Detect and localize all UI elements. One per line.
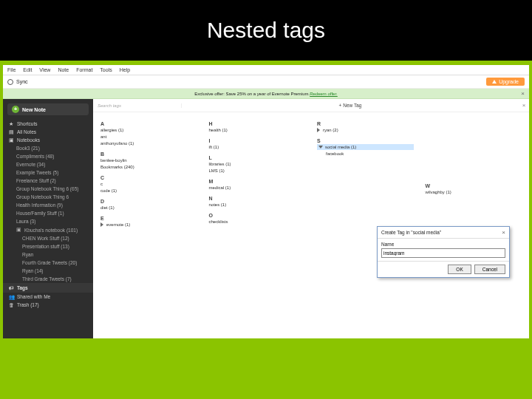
tag-toolbar: Search tags + New Tag × <box>93 99 529 112</box>
chevron-right-icon <box>317 128 320 132</box>
toolbar: Sync Upgrade <box>3 75 529 89</box>
sidebar-shared[interactable]: 👥 Shared with Me <box>3 293 93 301</box>
notebook-item[interactable]: Group Notebook Thing 6 <box>3 193 93 201</box>
tag-item[interactable]: notes (1) <box>209 202 306 208</box>
banner-text: Exclusive offer: Save 25% on a year of E… <box>194 92 310 96</box>
star-icon: ★ <box>9 121 14 126</box>
allnotes-label: All Notes <box>17 129 36 134</box>
tag-item[interactable]: diet (1) <box>100 205 197 211</box>
sync-icon <box>7 79 13 85</box>
close-icon[interactable]: × <box>502 229 505 236</box>
evernote-window: File Edit View Note Format Tools Help Sy… <box>3 65 529 338</box>
tag-item[interactable]: ift (1) <box>209 144 306 150</box>
main-row: + New Note ★ Shortcuts ▤ All Notes ▣ Not… <box>3 99 529 338</box>
notebook-child[interactable]: Ryan <box>3 250 93 259</box>
banner-close-icon[interactable]: × <box>521 90 525 97</box>
tag-item[interactable]: ant <box>100 134 197 140</box>
new-tag-button[interactable]: + New Tag <box>182 103 519 108</box>
letter-m: M <box>209 179 306 184</box>
banner-link[interactable]: Redeem offer. <box>310 92 338 96</box>
letter-n: N <box>209 196 306 201</box>
plus-icon: + <box>12 106 19 113</box>
note-icon: ▤ <box>9 129 14 134</box>
sidebar-all-notes[interactable]: ▤ All Notes <box>3 128 93 136</box>
notebook-item[interactable]: Book3 (21) <box>3 144 93 152</box>
upgrade-arrow-icon <box>492 80 497 83</box>
tag-item[interactable]: LMS (1) <box>209 168 306 174</box>
cancel-button[interactable]: Cancel <box>474 265 505 274</box>
tag-item[interactable]: wilvaghby (1) <box>426 189 522 195</box>
tag-item[interactable]: code (1) <box>100 188 197 194</box>
notebook-child[interactable]: Third Grade Tweets (7) <box>3 275 93 283</box>
alpha-col-4: . . . . . . W wilvaghby (1) <box>426 117 522 228</box>
tag-item-socialmedia[interactable]: social media (1) <box>317 144 414 150</box>
new-note-button[interactable]: + New Note <box>7 103 89 115</box>
menu-help[interactable]: Help <box>120 67 130 72</box>
alpha-col-2: H health (1) I ift (1) L libraries (1) L… <box>209 117 306 228</box>
tag-item-child[interactable]: facebook <box>317 151 414 157</box>
notebook-item[interactable]: Group Notebook Thing 6 (65) <box>3 185 93 193</box>
notebook-child[interactable]: Presentation stuff (13) <box>3 242 93 250</box>
letter-o: O <box>209 213 306 218</box>
new-note-label: New Note <box>22 107 46 112</box>
notebook-item[interactable]: Laura (3) <box>3 217 93 225</box>
alpha-col-1: A allergies (1) ant anthonyufano (1) B b… <box>100 117 197 228</box>
notebook-child[interactable]: Ryan (14) <box>3 267 93 275</box>
menu-edit[interactable]: Edit <box>23 67 32 72</box>
slide-title: Nested tags <box>0 0 532 61</box>
letter-r: R <box>317 121 414 126</box>
tag-item[interactable]: libraries (1) <box>209 161 306 167</box>
notebook-child[interactable]: Fourth Grade Tweets (20) <box>3 259 93 267</box>
upgrade-button[interactable]: Upgrade <box>486 78 525 86</box>
notebooks-label: Notebooks <box>17 137 40 143</box>
alpha-col-3: R ryan (2) S social media (1) facebook <box>317 117 414 228</box>
sidebar-tags[interactable]: 🏷 Tags <box>3 283 93 293</box>
ok-button[interactable]: OK <box>448 265 471 274</box>
tag-item[interactable]: allergies (1) <box>100 127 197 133</box>
notebook-item[interactable]: Freelance Stuff (2) <box>3 177 93 185</box>
letter-a: A <box>100 121 197 126</box>
tag-item[interactable]: ryan (2) <box>317 127 414 133</box>
sidebar-trash[interactable]: 🗑 Trash (17) <box>3 301 93 309</box>
search-tags-input[interactable]: Search tags <box>93 103 182 108</box>
notebook-item[interactable]: House/Family Stuff (1) <box>3 209 93 217</box>
tag-item[interactable]: c <box>100 181 197 187</box>
tag-name-input[interactable] <box>381 248 505 258</box>
letter-h: H <box>209 121 306 126</box>
menu-format[interactable]: Format <box>76 67 92 72</box>
chevron-right-icon <box>100 222 103 227</box>
create-tag-dialog: Create Tag in "social media" × Name OK C… <box>377 226 510 278</box>
tag-item[interactable]: evernote (1) <box>100 222 197 228</box>
tag-item[interactable]: health (1) <box>209 127 306 133</box>
letter-l: L <box>209 155 306 160</box>
notebook-item[interactable]: Health Information (9) <box>3 201 93 209</box>
tag-item[interactable]: medical (1) <box>209 185 306 191</box>
dialog-titlebar: Create Tag in "social media" × <box>378 227 509 239</box>
notebook-child[interactable]: CHEN Work Stuff (12) <box>3 234 93 242</box>
sidebar-shortcuts[interactable]: ★ Shortcuts <box>3 120 93 128</box>
tag-icon: 🏷 <box>9 285 14 290</box>
letter-i: I <box>209 138 306 143</box>
menu-file[interactable]: File <box>7 67 16 72</box>
upgrade-label: Upgrade <box>499 79 519 84</box>
notebook-item[interactable]: Compliments (48) <box>3 152 93 160</box>
tag-item[interactable]: benlee-boylin <box>100 157 197 163</box>
chevron-down-icon <box>318 146 323 149</box>
slide-title-bar: Nested tags <box>0 0 532 61</box>
notebook-item[interactable]: Example Tweets (5) <box>3 168 93 177</box>
menu-view[interactable]: View <box>39 67 50 72</box>
dialog-name-label: Name <box>381 242 505 247</box>
tag-item[interactable]: Bookmarks (240) <box>100 164 197 170</box>
letter-c: C <box>100 175 197 180</box>
tag-item[interactable]: anthonyufano (1) <box>100 140 197 146</box>
tag-item[interactable]: checklists <box>209 219 306 225</box>
menu-tools[interactable]: Tools <box>100 67 112 72</box>
trash-icon: 🗑 <box>9 302 14 307</box>
sync-button[interactable]: Sync <box>7 79 28 85</box>
menu-note[interactable]: Note <box>58 67 69 72</box>
sidebar-notebooks[interactable]: ▣ Notebooks <box>3 136 93 144</box>
notebook-stack[interactable]: ▣ Kbucha's notebook (101) <box>3 225 93 234</box>
tag-panel-close-icon[interactable]: × <box>519 102 529 109</box>
people-icon: 👥 <box>9 294 14 299</box>
notebook-item[interactable]: Evernote (34) <box>3 160 93 168</box>
